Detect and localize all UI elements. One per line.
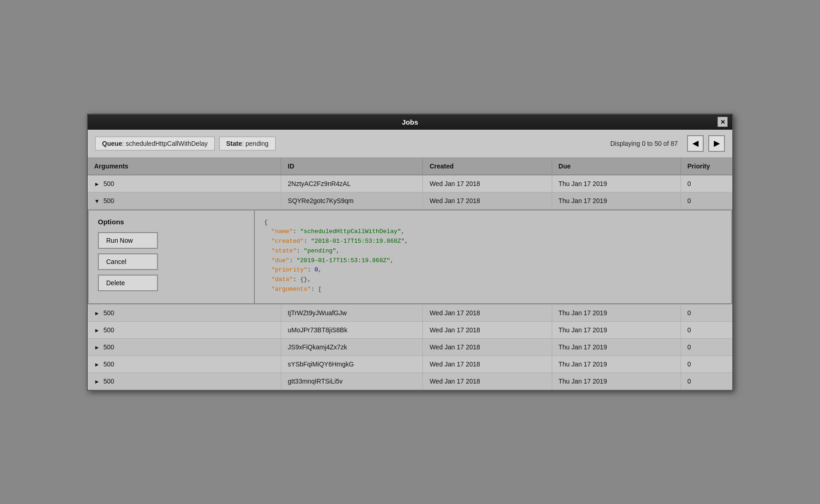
col-header-created: Created <box>423 158 552 175</box>
json-line: "state": "pending", <box>264 246 722 256</box>
cell-created: Wed Jan 17 2018 <box>423 192 552 209</box>
json-panel: { "name": "scheduledHttpCallWithDelay", … <box>255 210 731 303</box>
table-row[interactable]: ►500 2NztyAC2Fz9nR4zAL Wed Jan 17 2018 T… <box>88 175 732 192</box>
cell-due: Thu Jan 17 2019 <box>552 304 681 321</box>
json-line: { <box>264 218 722 228</box>
cell-due: Thu Jan 17 2019 <box>552 175 681 192</box>
cell-priority: 0 <box>681 372 732 390</box>
cell-id: SQYRe2gotc7KyS9qm <box>281 192 423 209</box>
col-header-priority: Priority <box>681 158 732 175</box>
table-row[interactable]: ►500 JS9xFiQkamj4Zx7zk Wed Jan 17 2018 T… <box>88 338 732 355</box>
cell-id: 2NztyAC2Fz9nR4zAL <box>281 175 423 192</box>
json-line: "arguments": [ <box>264 285 722 294</box>
jobs-table-container: Arguments ID Created Due Priority ►500 2… <box>88 158 732 390</box>
cell-arguments: ►500 <box>88 321 281 338</box>
cell-priority: 0 <box>681 321 732 338</box>
jobs-window: Jobs ✕ Queue: scheduledHttpCallWithDelay… <box>87 114 733 391</box>
cell-due: Thu Jan 17 2019 <box>552 355 681 372</box>
prev-page-button[interactable]: ◀ <box>687 135 704 152</box>
json-line: "name": "scheduledHttpCallWithDelay", <box>264 227 722 237</box>
state-filter[interactable]: State: pending <box>219 137 276 150</box>
pagination-info: Displaying 0 to 50 of 87 <box>610 140 678 147</box>
table-row[interactable]: ►500 uMoJPr73BT8jiS8Bk Wed Jan 17 2018 T… <box>88 321 732 338</box>
expanded-panel: Options Run Now Cancel Delete { "name": … <box>88 210 732 304</box>
cell-id: sYSbFqiMiQY6HmgkG <box>281 355 423 372</box>
table-row[interactable]: ►500 gtt33mnqIRTSiLi5v Wed Jan 17 2018 T… <box>88 372 732 390</box>
cell-id: gtt33mnqIRTSiLi5v <box>281 372 423 390</box>
json-line: "data": {}, <box>264 275 722 285</box>
cell-priority: 0 <box>681 338 732 355</box>
cell-arguments: ►500 <box>88 175 281 192</box>
table-row[interactable]: ▼500 SQYRe2gotc7KyS9qm Wed Jan 17 2018 T… <box>88 192 732 209</box>
col-header-arguments: Arguments <box>88 158 281 175</box>
cancel-button[interactable]: Cancel <box>98 253 158 270</box>
state-label: State <box>226 140 242 147</box>
cell-due: Thu Jan 17 2019 <box>552 372 681 390</box>
cell-created: Wed Jan 17 2018 <box>423 355 552 372</box>
delete-button[interactable]: Delete <box>98 275 158 291</box>
cell-id: uMoJPr73BT8jiS8Bk <box>281 321 423 338</box>
table-row[interactable]: ►500 sYSbFqiMiQY6HmgkG Wed Jan 17 2018 T… <box>88 355 732 372</box>
jobs-table: Arguments ID Created Due Priority ►500 2… <box>88 158 732 390</box>
row-expand-arrow[interactable]: ► <box>94 378 100 385</box>
cell-arguments: ▼500 <box>88 192 281 209</box>
cell-created: Wed Jan 17 2018 <box>423 321 552 338</box>
table-row[interactable]: ►500 tjTrWZt9yJWuafGJw Wed Jan 17 2018 T… <box>88 304 732 321</box>
expanded-panel-row: Options Run Now Cancel Delete { "name": … <box>88 209 732 304</box>
json-line: "due": "2019-01-17T15:53:19.868Z", <box>264 256 722 266</box>
cell-arguments: ►500 <box>88 372 281 390</box>
cell-arguments: ►500 <box>88 304 281 321</box>
row-expand-arrow[interactable]: ► <box>94 344 100 351</box>
cell-due: Thu Jan 17 2019 <box>552 321 681 338</box>
queue-label: Queue <box>102 140 122 147</box>
cell-id: JS9xFiQkamj4Zx7zk <box>281 338 423 355</box>
cell-created: Wed Jan 17 2018 <box>423 372 552 390</box>
cell-priority: 0 <box>681 192 732 209</box>
cell-priority: 0 <box>681 304 732 321</box>
row-expand-arrow[interactable]: ► <box>94 327 100 334</box>
json-line: "priority": 0, <box>264 265 722 275</box>
run-now-button[interactable]: Run Now <box>98 232 158 249</box>
options-panel: Options Run Now Cancel Delete <box>89 210 255 303</box>
next-page-button[interactable]: ▶ <box>708 135 725 152</box>
table-header-row: Arguments ID Created Due Priority <box>88 158 732 175</box>
queue-value: scheduledHttpCallWithDelay <box>126 140 207 147</box>
col-header-id: ID <box>281 158 423 175</box>
window-title: Jobs <box>402 118 418 126</box>
json-line: "created": "2018-01-17T15:53:19.868Z", <box>264 237 722 246</box>
queue-filter[interactable]: Queue: scheduledHttpCallWithDelay <box>95 137 215 150</box>
options-title: Options <box>98 218 245 226</box>
cell-arguments: ►500 <box>88 338 281 355</box>
state-value: pending <box>246 140 269 147</box>
expanded-panel-cell: Options Run Now Cancel Delete { "name": … <box>88 209 732 304</box>
col-header-due: Due <box>552 158 681 175</box>
row-expand-arrow[interactable]: ► <box>94 310 100 317</box>
cell-created: Wed Jan 17 2018 <box>423 304 552 321</box>
cell-created: Wed Jan 17 2018 <box>423 338 552 355</box>
cell-arguments: ►500 <box>88 355 281 372</box>
cell-priority: 0 <box>681 355 732 372</box>
close-button[interactable]: ✕ <box>718 117 728 127</box>
cell-priority: 0 <box>681 175 732 192</box>
row-expand-arrow[interactable]: ▼ <box>94 198 100 204</box>
table-body: ►500 2NztyAC2Fz9nR4zAL Wed Jan 17 2018 T… <box>88 175 732 390</box>
cell-due: Thu Jan 17 2019 <box>552 338 681 355</box>
row-expand-arrow[interactable]: ► <box>94 361 100 368</box>
cell-id: tjTrWZt9yJWuafGJw <box>281 304 423 321</box>
title-bar: Jobs ✕ <box>88 114 732 130</box>
cell-created: Wed Jan 17 2018 <box>423 175 552 192</box>
cell-due: Thu Jan 17 2019 <box>552 192 681 209</box>
row-expand-arrow[interactable]: ► <box>94 181 100 187</box>
toolbar: Queue: scheduledHttpCallWithDelay State:… <box>88 130 732 158</box>
